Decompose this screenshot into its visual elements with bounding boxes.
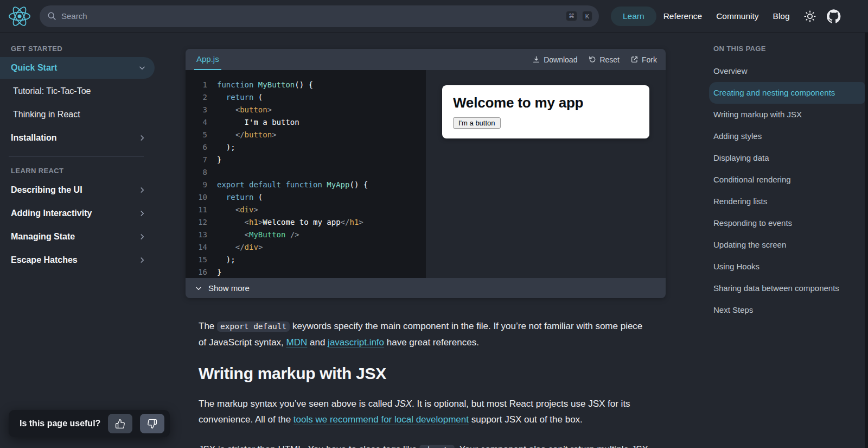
sidebar-item-label: Thinking in React [13,109,80,120]
sidebar-item-label: Tutorial: Tic-Tac-Toe [13,86,91,97]
fork-button[interactable]: Fork [630,55,657,64]
code-line: 6 ); [193,141,426,154]
code-sandbox: App.js DownloadResetFork 1function MyBut… [186,49,666,298]
toc-item-updating-the-screen[interactable]: Updating the screen [709,234,865,256]
code-line: 14 </div> [193,241,426,254]
toc-item-overview[interactable]: Overview [709,60,865,82]
react-logo[interactable] [7,5,33,27]
sidebar-item-describing-the-ui[interactable]: Describing the UI [0,179,155,201]
toc-item-responding-to-events[interactable]: Responding to events [709,212,865,234]
github-link[interactable] [827,9,841,23]
fork-icon [630,55,639,64]
toc-item-next-steps[interactable]: Next Steps [709,299,865,321]
nav-link-community[interactable]: Community [709,7,765,26]
sidebar-item-adding-interactivity[interactable]: Adding Interactivity [0,203,155,224]
code-text: export default function MyApp() { [217,179,368,191]
code-line: 9export default function MyApp() { [193,179,426,191]
toc-list: OverviewCreating and nesting componentsW… [709,60,868,321]
section-heading: Writing markup with JSX [199,364,653,383]
code-line: 7} [193,154,426,166]
sidebar-item-quick-start[interactable]: Quick Start [0,57,155,79]
toc-item-using-hooks[interactable]: Using Hooks [709,256,865,277]
toc-item-rendering-lists[interactable]: Rendering lists [709,191,865,212]
sidebar-section-title: GET STARTED [0,45,155,57]
code-line: 11 <div> [193,204,426,216]
paragraph: The export default keywords specify the … [199,318,653,350]
preview-button[interactable]: I'm a button [453,117,501,129]
toc-item-adding-styles[interactable]: Adding styles [709,125,865,147]
github-icon [827,9,841,23]
code-line: 4 I'm a button [193,116,426,129]
code-text: } [217,266,221,278]
code-text: </button> [217,129,277,141]
line-number: 7 [193,154,207,166]
theme-toggle-button[interactable] [804,10,816,22]
sidebar-section-title: LEARN REACT [0,167,155,179]
sidebar-item-label: Escape Hatches [11,255,78,266]
download-button[interactable]: Download [532,55,577,64]
nav-link-blog[interactable]: Blog [766,7,797,26]
text-segment: have great references. [384,337,479,348]
nav-link-reference[interactable]: Reference [656,7,710,26]
code-line: 3 <button> [193,104,426,116]
sidebar-item-label: Quick Start [11,62,57,73]
code-text: <h1>Welcome to my app</h1> [217,216,363,229]
sidebar-item-installation[interactable]: Installation [0,127,155,149]
search-input[interactable] [61,11,561,21]
top-nav: ⌘ K LearnReferenceCommunityBlog [0,0,868,33]
sidebar-item-tutorial-tic-tac-toe[interactable]: Tutorial: Tic-Tac-Toe [0,80,155,102]
line-number: 16 [193,266,207,278]
text-segment: . Your component also can’t return multi… [455,444,648,448]
inline-code: <br /> [419,445,454,448]
sidebar-item-escape-hatches[interactable]: Escape Hatches [0,249,155,271]
thumbs-up-icon [115,419,125,429]
content-link[interactable]: MDN [286,337,308,348]
toc-item-writing-markup-with-jsx[interactable]: Writing markup with JSX [709,104,865,125]
search-icon [47,11,56,21]
feedback-question: Is this page useful? [20,419,100,428]
line-number: 2 [193,91,207,104]
code-line: 2 return ( [193,91,426,104]
chevron-right-icon [138,210,146,217]
sidebar-item-label: Describing the UI [11,185,82,195]
nav-icon-group [804,9,841,23]
chevron-down-icon [195,285,202,292]
reset-label: Reset [599,55,620,64]
show-more-button[interactable]: Show more [186,278,666,298]
preview-heading: Welcome to my app [453,94,639,111]
thumbs-up-button[interactable] [108,414,132,433]
line-number: 11 [193,204,207,216]
tab-app-js[interactable]: App.js [194,49,221,70]
toc-title: ON THIS PAGE [709,45,868,53]
code-line: 5 </button> [193,129,426,141]
chevron-right-icon [138,256,146,264]
code-text: return ( [217,191,263,204]
text-segment: The markup syntax you’ve seen above is c… [199,399,395,409]
thumbs-down-button[interactable] [140,414,164,433]
line-number: 14 [193,241,207,254]
sidebar-item-managing-state[interactable]: Managing State [0,226,155,248]
search-bar[interactable]: ⌘ K [40,5,599,27]
toc-item-creating-and-nesting-components[interactable]: Creating and nesting components [709,82,865,104]
content-link[interactable]: javascript.info [328,337,384,348]
content-link[interactable]: tools we recommend for local development [293,414,469,425]
toc-item-sharing-data-between-components[interactable]: Sharing data between components [709,277,865,299]
toc-item-displaying-data[interactable]: Displaying data [709,147,865,169]
toc-item-conditional-rendering[interactable]: Conditional rendering [709,169,865,191]
text-segment: and [307,337,328,348]
code-text: </div> [217,241,263,254]
sidebar-nav: GET STARTEDQuick StartTutorial: Tic-Tac-… [0,45,155,271]
code-text: I'm a button [217,116,299,129]
line-number: 4 [193,116,207,129]
line-number: 15 [193,254,207,266]
scrollbar[interactable] [865,33,868,448]
reset-button[interactable]: Reset [588,55,620,64]
code-editor[interactable]: 1function MyButton() {2 return (3 <butto… [186,70,426,278]
nav-link-learn[interactable]: Learn [611,7,656,26]
cmd-key-badge: ⌘ [566,11,577,21]
line-number: 10 [193,191,207,204]
line-number: 6 [193,141,207,154]
on-this-page: ON THIS PAGE OverviewCreating and nestin… [698,33,868,448]
sidebar-item-thinking-in-react[interactable]: Thinking in React [0,104,155,125]
text-segment: JSX is stricter than HTML. You have to c… [199,444,419,448]
